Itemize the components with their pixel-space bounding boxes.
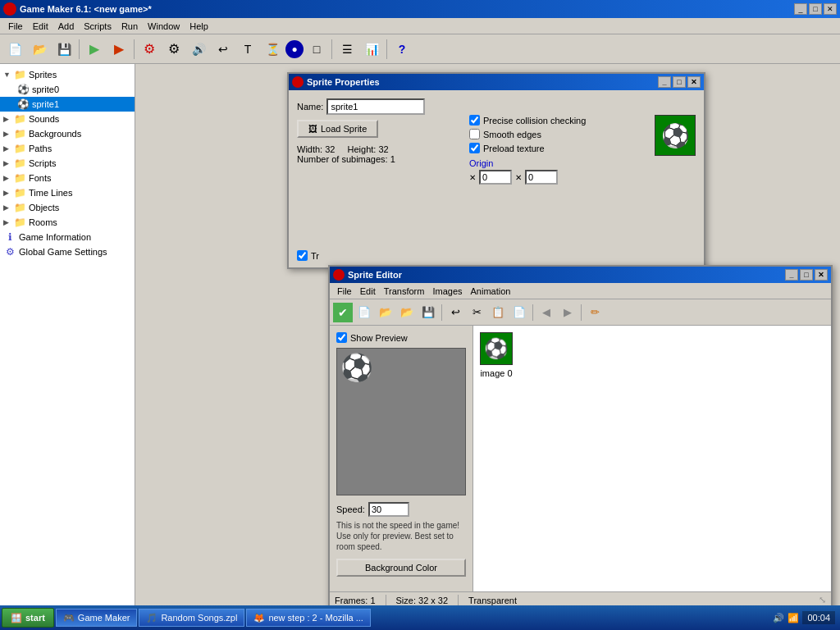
- sprite-props-maximize[interactable]: □: [673, 76, 686, 88]
- origin-y-input[interactable]: [525, 170, 558, 185]
- menu-scripts[interactable]: Scripts: [79, 20, 116, 33]
- close-button[interactable]: ✕: [824, 3, 837, 15]
- sidebar-item-sprites[interactable]: ▼ 📁 Sprites: [0, 67, 135, 82]
- se-menu-animation[interactable]: Animation: [467, 285, 515, 297]
- image-thumbnail[interactable]: ⚽ image 0: [480, 332, 513, 378]
- toolbar-run-debug[interactable]: ▶: [107, 38, 130, 61]
- toolbar-btn-f[interactable]: ⏳: [261, 38, 284, 61]
- se-paste-button[interactable]: 📄: [509, 303, 529, 322]
- taskbar-songs[interactable]: 🎵 Random Songs.zpl: [139, 609, 244, 627]
- toolbar-btn-e[interactable]: T: [236, 38, 259, 61]
- fonts-folder-icon: 📁: [13, 171, 26, 185]
- se-open-button[interactable]: 📂: [376, 303, 395, 322]
- maximize-button[interactable]: □: [809, 3, 822, 15]
- sprite-props-close[interactable]: ✕: [687, 76, 701, 88]
- se-copy-button[interactable]: 📋: [488, 303, 508, 322]
- sprite-editor-close[interactable]: ✕: [815, 269, 828, 281]
- sidebar-item-objects[interactable]: ▶ 📁 Objects: [0, 200, 135, 215]
- se-open2-button[interactable]: 📂: [397, 303, 417, 322]
- toolbar-help[interactable]: ?: [390, 38, 413, 61]
- menu-window[interactable]: Window: [143, 20, 185, 33]
- taskbar-mozilla-icon: 🦊: [253, 613, 265, 623]
- sidebar-label-sounds: Sounds: [29, 114, 59, 124]
- toolbar-btn-d[interactable]: ↩: [212, 38, 235, 61]
- toolbar-sep-1: [79, 39, 80, 59]
- sprite-props-title-text: Sprite Properties: [307, 77, 658, 87]
- se-pencil-button[interactable]: ✏: [585, 303, 605, 322]
- menu-help[interactable]: Help: [185, 20, 213, 33]
- toolbar-save[interactable]: 💾: [52, 38, 75, 61]
- sprite-editor-minimize[interactable]: _: [785, 269, 798, 281]
- sprite-editor-title-bar[interactable]: Sprite Editor _ □ ✕: [330, 267, 831, 283]
- menu-file[interactable]: File: [3, 20, 28, 33]
- se-menu-transform[interactable]: Transform: [380, 285, 429, 297]
- show-preview-row: Show Preview: [336, 332, 466, 343]
- sidebar-item-timelines[interactable]: ▶ 📁 Time Lines: [0, 185, 135, 200]
- tl-folder-icon: 📁: [13, 186, 26, 199]
- speed-input[interactable]: [368, 502, 409, 517]
- toolbar-btn-j[interactable]: 📊: [360, 38, 383, 61]
- sidebar-item-sprite0[interactable]: ⚽ sprite0: [0, 82, 135, 97]
- sprite-editor-maximize[interactable]: □: [800, 269, 813, 281]
- preload-texture-checkbox[interactable]: [469, 143, 480, 153]
- obj-folder-icon: 📁: [13, 201, 26, 214]
- sidebar-item-backgrounds[interactable]: ▶ 📁 Backgrounds: [0, 126, 135, 141]
- image-box: ⚽: [480, 332, 513, 365]
- name-input[interactable]: [326, 98, 425, 115]
- toolbar-new[interactable]: 📄: [3, 38, 26, 61]
- taskbar-gamemaker-icon: 🎮: [63, 613, 75, 623]
- sprite-editor-window: Sprite Editor _ □ ✕ File Edit Transform …: [328, 265, 833, 605]
- toolbar-btn-c[interactable]: 🔊: [187, 38, 210, 61]
- sidebar-item-fonts[interactable]: ▶ 📁 Fonts: [0, 171, 135, 185]
- bg-color-label: Background Color: [365, 563, 437, 573]
- sidebar-item-sprite1[interactable]: ⚽ sprite1: [0, 97, 135, 112]
- se-undo-button[interactable]: ↩: [445, 303, 465, 322]
- start-button[interactable]: 🪟 start: [2, 608, 54, 628]
- settings-icon: ⚙: [3, 245, 16, 258]
- sprite-props-title-bar[interactable]: Sprite Properties _ □ ✕: [289, 74, 704, 90]
- menu-add[interactable]: Add: [53, 20, 80, 33]
- sprite-props-minimize[interactable]: _: [658, 76, 671, 88]
- sidebar-item-game-info[interactable]: ℹ Game Information: [0, 230, 135, 244]
- precise-collision-label: Precise collision checking: [483, 116, 586, 126]
- sidebar-item-global-settings[interactable]: ⚙ Global Game Settings: [0, 244, 135, 259]
- toolbar-btn-b[interactable]: ⚙: [162, 38, 185, 61]
- taskbar-mozilla[interactable]: 🦊 new step : 2 - Mozilla ...: [246, 609, 371, 627]
- se-menu-edit[interactable]: Edit: [356, 285, 380, 297]
- se-cut-button[interactable]: ✂: [467, 303, 486, 322]
- sidebar-item-scripts[interactable]: ▶ 📁 Scripts: [0, 156, 135, 171]
- sprite-editor-body: Show Preview ⚽ Speed: This is not the sp…: [330, 326, 831, 605]
- taskbar-songs-label: Random Songs.zpl: [161, 613, 237, 623]
- se-menu-file[interactable]: File: [333, 285, 356, 297]
- origin-label: Origin: [469, 158, 586, 168]
- precise-collision-checkbox[interactable]: [469, 115, 480, 126]
- sidebar-item-paths[interactable]: ▶ 📁 Paths: [0, 141, 135, 156]
- se-save-button[interactable]: 💾: [418, 303, 438, 322]
- transparent-checkbox[interactable]: [297, 250, 308, 261]
- sidebar-item-rooms[interactable]: ▶ 📁 Rooms: [0, 215, 135, 230]
- menu-edit[interactable]: Edit: [28, 20, 53, 33]
- toolbar-open[interactable]: 📂: [28, 38, 51, 61]
- sprite-editor-win-buttons: _ □ ✕: [785, 269, 828, 281]
- se-confirm-button[interactable]: ✔: [333, 303, 353, 322]
- background-color-button[interactable]: Background Color: [336, 559, 466, 577]
- origin-x-input[interactable]: [479, 170, 512, 185]
- se-prev-button[interactable]: ◀: [536, 303, 556, 322]
- menu-run[interactable]: Run: [116, 20, 143, 33]
- se-menu-images[interactable]: Images: [428, 285, 466, 297]
- smooth-edges-checkbox[interactable]: [469, 129, 480, 139]
- sidebar-item-sounds[interactable]: ▶ 📁 Sounds: [0, 112, 135, 126]
- sidebar-label-fonts: Fonts: [29, 173, 52, 183]
- taskbar-gamemaker[interactable]: 🎮 Game Maker: [56, 609, 138, 627]
- toolbar-run[interactable]: ▶: [83, 38, 106, 61]
- toolbar-btn-a[interactable]: ⚙: [138, 38, 161, 61]
- load-sprite-icon: 🖼: [308, 124, 317, 134]
- toolbar-btn-g[interactable]: ●: [285, 40, 304, 58]
- se-new-button[interactable]: 📄: [354, 303, 374, 322]
- show-preview-checkbox[interactable]: [336, 332, 347, 343]
- se-next-button[interactable]: ▶: [558, 303, 578, 322]
- load-sprite-button[interactable]: 🖼 Load Sprite: [297, 120, 378, 138]
- toolbar-btn-h[interactable]: □: [305, 38, 328, 61]
- minimize-button[interactable]: _: [794, 3, 807, 15]
- toolbar-btn-i[interactable]: ☰: [336, 38, 358, 61]
